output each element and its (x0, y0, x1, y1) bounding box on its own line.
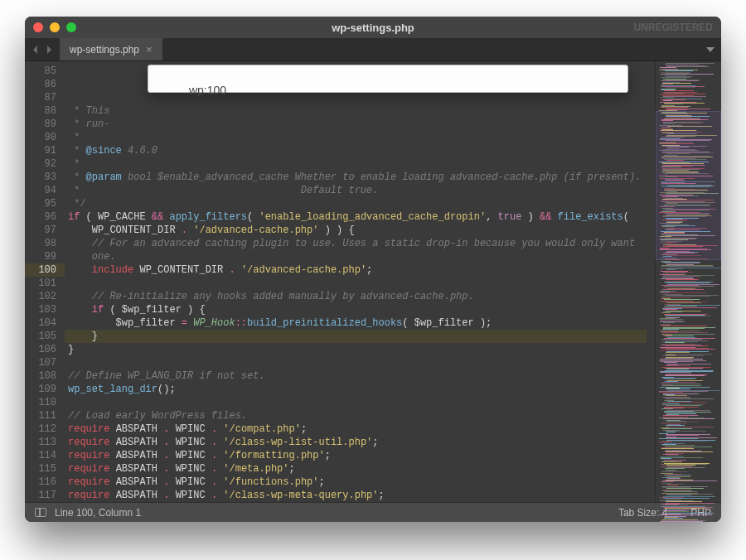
line-number[interactable]: 105 (25, 330, 56, 343)
code-line[interactable]: */ (68, 197, 647, 210)
tab-bar: wp-settings.php × (25, 38, 721, 61)
line-number[interactable]: 114 (25, 449, 56, 462)
code-line[interactable]: wp_set_lang_dir(); (68, 383, 647, 396)
code-line[interactable]: * (68, 131, 647, 144)
line-number[interactable]: 86 (25, 78, 56, 91)
line-number[interactable]: 91 (25, 144, 56, 157)
code-line[interactable]: require ABSPATH . WPINC . '/formatting.p… (68, 449, 647, 462)
line-number[interactable]: 89 (25, 118, 56, 131)
nav-buttons (25, 38, 60, 60)
goto-input[interactable]: wp:100 (148, 65, 628, 93)
code-line[interactable]: include WP_CONTENT_DIR . '/advanced-cach… (68, 263, 647, 277)
code-line[interactable]: // For an advanced caching plugin to use… (68, 237, 647, 250)
code-line[interactable]: } (68, 343, 647, 356)
status-cursor[interactable]: Line 100, Column 1 (55, 507, 141, 519)
code-area[interactable]: wp:100 * This * run- * * @since 4.6.0 * … (65, 61, 655, 502)
code-line[interactable]: $wp_filter = WP_Hook::build_preinitializ… (68, 316, 647, 330)
line-number[interactable]: 102 (25, 290, 56, 303)
line-number[interactable]: 110 (25, 396, 56, 409)
tab-overflow-button[interactable] (700, 38, 721, 60)
line-number[interactable]: 109 (25, 383, 56, 396)
window-title: wp-settings.php (25, 22, 721, 34)
line-number[interactable]: 111 (25, 409, 56, 422)
code-line[interactable]: * (68, 157, 647, 171)
line-number[interactable]: 112 (25, 422, 56, 436)
line-number[interactable]: 107 (25, 356, 56, 369)
editor-main: 8586878889909192939495969798991001011021… (25, 61, 721, 502)
line-number-gutter[interactable]: 8586878889909192939495969798991001011021… (25, 61, 65, 502)
line-number[interactable]: 113 (25, 436, 56, 449)
code-line[interactable] (68, 356, 647, 369)
goto-value: wp:100 (189, 84, 226, 97)
code-line[interactable]: * @param bool $enable_advanced_cache Whe… (68, 171, 647, 184)
line-number[interactable]: 95 (25, 197, 56, 210)
code-line[interactable]: require ABSPATH . WPINC . '/meta.php'; (68, 462, 647, 476)
code-line[interactable]: // Re-initialize any hooks added manuall… (68, 290, 647, 303)
code-line[interactable]: WP_CONTENT_DIR . '/advanced-cache.php' )… (68, 224, 647, 237)
code-line[interactable] (68, 277, 647, 290)
code-line[interactable]: require ABSPATH . WPINC . '/functions.ph… (68, 476, 647, 489)
minimap[interactable] (655, 61, 721, 502)
line-number[interactable]: 98 (25, 237, 56, 250)
line-number[interactable]: 117 (25, 489, 56, 502)
line-number[interactable]: 85 (25, 65, 56, 78)
code-line[interactable]: require ABSPATH . WPINC . '/class-wp-met… (68, 489, 647, 502)
code-line[interactable]: if ( WP_CACHE && apply_filters( 'enable_… (68, 210, 647, 224)
nav-back-button[interactable] (30, 44, 41, 56)
tab-wp-settings[interactable]: wp-settings.php × (60, 38, 163, 60)
line-number[interactable]: 103 (25, 303, 56, 316)
titlebar: wp-settings.php UNREGISTERED (25, 17, 721, 38)
code-line[interactable]: } (65, 330, 647, 343)
line-number[interactable]: 94 (25, 184, 56, 197)
code-line[interactable]: * @since 4.6.0 (68, 144, 647, 157)
nav-forward-button[interactable] (43, 44, 55, 56)
line-number[interactable]: 99 (25, 250, 56, 263)
code-line[interactable]: * Default true. (68, 184, 647, 197)
line-number[interactable]: 116 (25, 476, 56, 489)
line-number[interactable]: 100 (25, 263, 65, 277)
line-number[interactable]: 90 (25, 131, 56, 144)
line-number[interactable]: 93 (25, 171, 56, 184)
minimap-viewport[interactable] (656, 111, 721, 260)
tab-label: wp-settings.php (70, 44, 139, 56)
code-line[interactable]: // Load early WordPress files. (68, 409, 647, 422)
line-number[interactable]: 96 (25, 210, 56, 224)
line-number[interactable]: 88 (25, 104, 56, 118)
line-number[interactable]: 104 (25, 316, 56, 330)
line-number[interactable]: 101 (25, 277, 56, 290)
line-number[interactable]: 92 (25, 157, 56, 171)
editor-window: wp-settings.php UNREGISTERED wp-settings… (25, 17, 721, 522)
line-number[interactable]: 87 (25, 91, 56, 104)
code-line[interactable]: if ( $wp_filter ) { (68, 303, 647, 316)
code-line[interactable]: one. (68, 250, 647, 263)
panel-toggle-icon[interactable] (35, 508, 46, 517)
code-line[interactable]: * This (68, 104, 647, 118)
line-number[interactable]: 97 (25, 224, 56, 237)
status-tab-size[interactable]: Tab Size: 4 (618, 507, 667, 519)
code-line[interactable]: require ABSPATH . WPINC . '/class-wp-lis… (68, 436, 647, 449)
code-line[interactable]: * run- (68, 118, 647, 131)
code-line[interactable]: require ABSPATH . WPINC . '/compat.php'; (68, 422, 647, 436)
line-number[interactable]: 115 (25, 462, 56, 476)
line-number[interactable]: 108 (25, 369, 56, 383)
code-line[interactable]: // Define WP_LANG_DIR if not set. (68, 369, 647, 383)
status-bar: Line 100, Column 1 Tab Size: 4 PHP (25, 502, 721, 522)
line-number[interactable]: 106 (25, 343, 56, 356)
close-tab-icon[interactable]: × (146, 43, 153, 56)
editor-pane[interactable]: 8586878889909192939495969798991001011021… (25, 61, 655, 502)
code-line[interactable] (68, 396, 647, 409)
